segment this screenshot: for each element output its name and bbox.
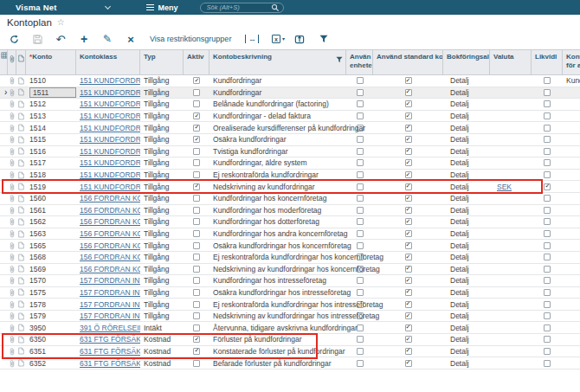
attachment-cell[interactable] xyxy=(8,122,16,133)
kontoklass-link[interactable]: 156 FORDRAN KON... xyxy=(80,217,140,226)
kontroll-cell[interactable] xyxy=(563,228,580,240)
column-header-valuta[interactable]: Valuta xyxy=(490,50,532,74)
column-header-bokforingsalternativ[interactable]: Bokföringsalte xyxy=(443,50,490,74)
column-header-kontroll[interactable]: Kontroll för arbe xyxy=(563,50,580,74)
note-cell[interactable] xyxy=(16,322,26,333)
aktiv-checkbox[interactable] xyxy=(193,218,200,225)
typ-cell[interactable]: Tillgång xyxy=(140,170,184,181)
konto-cell[interactable]: 6350 xyxy=(26,334,76,345)
note-cell[interactable] xyxy=(16,87,26,99)
note-cell[interactable] xyxy=(16,99,26,110)
kontoklass-link[interactable]: 151 KUNDFORDRIN... xyxy=(80,100,140,108)
row-selector-cell[interactable] xyxy=(0,216,8,228)
kontroll-cell[interactable] xyxy=(563,275,580,286)
attachment-cell[interactable] xyxy=(8,275,16,286)
kontroll-cell[interactable] xyxy=(563,99,580,110)
beskrivning-cell[interactable]: Konstaterade förluster på kundfordringar xyxy=(209,346,346,357)
show-restriction-groups-button[interactable]: Visa restriktionsgrupper xyxy=(150,32,231,46)
search-icon[interactable] xyxy=(271,3,280,12)
kontoklass-link[interactable]: 157 FORDRAN INTR... xyxy=(80,312,140,320)
aktiv-checkbox[interactable] xyxy=(193,301,200,308)
likvid-checkbox[interactable] xyxy=(544,242,551,249)
aktiv-checkbox[interactable] xyxy=(193,159,200,166)
typ-cell[interactable]: Kostnad xyxy=(140,346,184,357)
standard-koddel-checkbox[interactable]: ✓ xyxy=(405,112,412,119)
bokforing-cell[interactable]: Detalj xyxy=(443,240,490,251)
standard-koddel-checkbox[interactable]: ✓ xyxy=(405,242,412,249)
aktiv-checkbox[interactable] xyxy=(193,100,200,107)
column-filter-icon[interactable] xyxy=(336,56,343,74)
konto-cell[interactable]: 1515 xyxy=(26,134,76,145)
note-cell[interactable] xyxy=(16,334,26,345)
konto-cell[interactable]: 1512 xyxy=(26,99,76,110)
kontroll-cell[interactable] xyxy=(563,264,580,275)
typ-cell[interactable]: Tillgång xyxy=(140,275,184,286)
bokforing-cell[interactable]: Detalj xyxy=(443,157,490,169)
kontroll-cell[interactable] xyxy=(563,87,580,99)
standard-koddel-checkbox[interactable]: ✓ xyxy=(405,218,412,225)
beskrivning-cell[interactable]: Befarade förluster på kundfordringar xyxy=(209,357,346,369)
likvid-checkbox[interactable] xyxy=(544,171,551,178)
beskrivning-cell[interactable]: Ej reskontraförda kundfordringar hos int… xyxy=(209,299,346,310)
bokforing-cell[interactable]: Detalj xyxy=(443,252,490,263)
kontoklass-link[interactable]: 151 KUNDFORDRIN... xyxy=(80,170,140,179)
typ-cell[interactable]: Tillgång xyxy=(140,264,184,275)
likvid-checkbox[interactable] xyxy=(544,336,551,343)
note-cell[interactable] xyxy=(16,111,26,122)
bokforing-cell[interactable]: Detalj xyxy=(443,357,490,369)
standard-koddel-checkbox[interactable]: ✓ xyxy=(405,301,412,308)
attachment-cell[interactable] xyxy=(8,99,16,110)
anvand-enheter-checkbox[interactable] xyxy=(357,159,364,166)
refresh-button[interactable] xyxy=(7,32,21,46)
kontroll-cell[interactable] xyxy=(563,157,580,169)
kontroll-cell[interactable] xyxy=(563,111,580,122)
note-cell[interactable] xyxy=(16,287,26,299)
upload-button[interactable] xyxy=(293,32,306,46)
table-row-1510[interactable]: 1510151 KUNDFORDRIN...Tillgång✓Kundfordr… xyxy=(0,75,580,87)
aktiv-checkbox[interactable] xyxy=(193,195,200,202)
filter-button[interactable] xyxy=(317,32,331,46)
attachment-cell[interactable] xyxy=(8,205,16,216)
note-cell[interactable] xyxy=(16,157,26,169)
note-cell[interactable] xyxy=(16,275,26,286)
likvid-checkbox[interactable] xyxy=(544,195,551,202)
aktiv-checkbox[interactable]: ✓ xyxy=(193,112,200,119)
standard-koddel-checkbox[interactable]: ✓ xyxy=(405,348,412,355)
konto-cell-focused[interactable]: 1511 xyxy=(29,87,76,98)
aktiv-checkbox[interactable] xyxy=(193,230,200,237)
anvand-enheter-checkbox[interactable] xyxy=(357,112,364,119)
note-cell[interactable] xyxy=(16,170,26,181)
typ-cell[interactable]: Tillgång xyxy=(140,311,184,322)
likvid-checkbox[interactable] xyxy=(544,289,551,296)
column-header-kontoklass[interactable]: Kontoklass xyxy=(76,50,140,74)
beskrivning-cell[interactable]: Kundfordringar xyxy=(209,87,346,99)
beskrivning-cell[interactable]: Nedskrivning av kundfordringar hos intre… xyxy=(209,311,346,322)
kontoklass-link[interactable]: 151 KUNDFORDRIN... xyxy=(80,124,140,132)
kontroll-cell[interactable]: Kundre xyxy=(563,75,580,87)
kontoklass-link[interactable]: 631 FTG FÖRSÄKRI... xyxy=(80,359,140,368)
kontroll-cell[interactable] xyxy=(563,134,580,145)
add-row-button[interactable]: + xyxy=(77,32,91,46)
column-header-konto[interactable]: *Konto xyxy=(26,50,76,74)
aktiv-checkbox[interactable] xyxy=(193,171,200,178)
likvid-checkbox[interactable] xyxy=(544,360,551,367)
table-row-6352[interactable]: 6352631 FTG FÖRSÄKRI...KostnadBefarade f… xyxy=(0,357,580,370)
attachment-cell[interactable] xyxy=(8,87,16,99)
column-header-likvid[interactable]: Likvidl xyxy=(532,50,563,74)
likvid-checkbox[interactable] xyxy=(544,266,551,273)
undo-button[interactable]: ↶ xyxy=(54,32,68,46)
anvand-enheter-checkbox[interactable] xyxy=(357,218,364,225)
attachment-cell[interactable] xyxy=(8,111,16,122)
anvand-enheter-checkbox[interactable] xyxy=(357,230,364,237)
attachment-cell[interactable] xyxy=(8,146,16,157)
bokforing-cell[interactable]: Detalj xyxy=(443,334,490,345)
standard-koddel-checkbox[interactable]: ✓ xyxy=(405,312,412,319)
row-selector-cell[interactable]: › xyxy=(0,87,8,99)
kontoklass-link[interactable]: 151 KUNDFORDRIN... xyxy=(80,158,140,167)
attachment-cell[interactable] xyxy=(8,252,16,263)
konto-cell[interactable]: 1513 xyxy=(26,111,76,122)
note-cell[interactable] xyxy=(16,134,26,145)
likvid-checkbox[interactable] xyxy=(544,218,551,225)
note-cell[interactable] xyxy=(16,264,26,275)
kontoklass-link[interactable]: 156 FORDRAN KON... xyxy=(80,194,140,202)
